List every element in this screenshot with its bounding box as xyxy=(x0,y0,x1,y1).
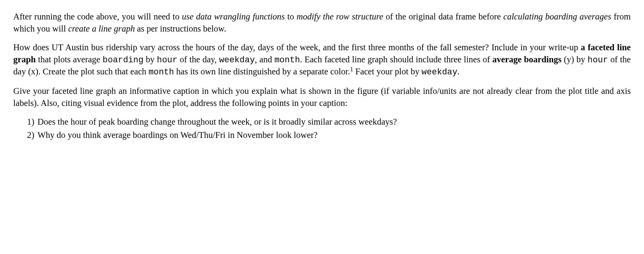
text: Facet your plot by xyxy=(353,67,422,76)
italic-text: use data wrangling functions xyxy=(182,12,285,21)
list-number: 2) xyxy=(24,129,34,141)
code-text: weekday xyxy=(422,67,458,77)
text: that plots average xyxy=(36,55,103,64)
bold-text: average boardings xyxy=(492,55,561,64)
code-text: month xyxy=(149,67,174,77)
code-text: boarding xyxy=(103,55,144,65)
text: has its own line distinguished by a sepa… xyxy=(174,67,350,76)
text: , and xyxy=(255,55,274,64)
code-text: weekday xyxy=(219,55,255,65)
paragraph-1: After running the code above, you will n… xyxy=(13,11,631,35)
code-text: month xyxy=(275,55,300,65)
text: After running the code above, you will n… xyxy=(13,12,182,21)
text: as per instructions below. xyxy=(135,24,226,34)
text: to xyxy=(285,12,296,21)
italic-text: calculating boarding averages xyxy=(503,12,611,21)
paragraph-2: How does UT Austin bus ridership vary ac… xyxy=(13,42,631,78)
text: How does UT Austin bus ridership vary ac… xyxy=(13,42,581,52)
text: Give your faceted line graph an informat… xyxy=(13,86,631,108)
enumerated-list: 1) Does the hour of peak boarding change… xyxy=(24,116,631,141)
text: (y) by xyxy=(562,55,588,64)
code-text: hour xyxy=(587,55,608,65)
italic-text: modify the row structure xyxy=(296,12,383,21)
text: of the day, xyxy=(177,55,219,64)
list-item: 1) Does the hour of peak boarding change… xyxy=(24,116,631,128)
list-number: 1) xyxy=(24,116,34,128)
text: . xyxy=(458,67,460,76)
list-text: Why do you think average boardings on We… xyxy=(37,129,318,141)
list-item: 2) Why do you think average boardings on… xyxy=(24,129,631,141)
text: of the original data frame before xyxy=(383,12,503,21)
text: by xyxy=(144,55,157,64)
italic-text: create a line graph xyxy=(68,24,135,34)
text: . Each faceted line graph should include… xyxy=(300,55,492,64)
code-text: hour xyxy=(157,55,177,65)
paragraph-3: Give your faceted line graph an informat… xyxy=(13,85,631,109)
list-text: Does the hour of peak boarding change th… xyxy=(37,116,397,128)
